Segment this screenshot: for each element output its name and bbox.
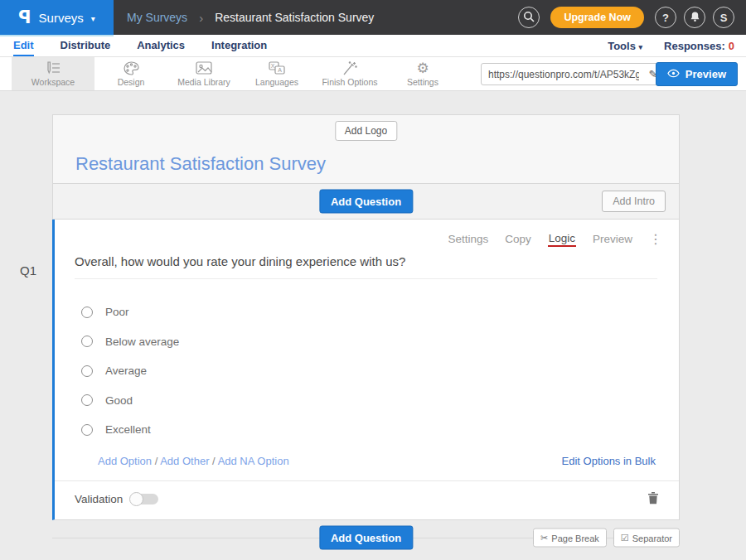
product-switcher[interactable]: P Surveys ▾ — [0, 0, 114, 35]
toolbar-item-label: Media Library — [177, 77, 230, 87]
option-label[interactable]: Good — [105, 394, 133, 407]
toolbar-item-settings[interactable]: ⚙ Settings — [386, 57, 459, 90]
option-label[interactable]: Below average — [105, 336, 179, 348]
workspace-icon — [45, 60, 61, 75]
bell-icon — [690, 11, 700, 25]
toolbar-item-label: Workspace — [31, 77, 75, 87]
question-actions: Settings Copy Logic Preview ⋮ — [55, 220, 679, 247]
chevron-down-icon: ▾ — [91, 14, 95, 23]
survey-title[interactable]: Restaurant Satisfaction Survey — [75, 153, 326, 175]
option-label[interactable]: Excellent — [105, 423, 151, 436]
radio-icon[interactable] — [81, 394, 93, 406]
breadcrumb-my-surveys[interactable]: My Surveys — [127, 11, 187, 24]
option-row-good[interactable]: Good — [81, 386, 679, 416]
add-question-row-bottom: Add Question ✂ Page Break ☑ Separator — [52, 520, 680, 556]
breadcrumb-separator-icon: › — [199, 11, 203, 25]
toolbar-item-media-library[interactable]: Media Library — [167, 57, 240, 90]
help-button[interactable]: ? — [655, 7, 676, 28]
question-settings-link[interactable]: Settings — [448, 233, 488, 245]
radio-icon[interactable] — [81, 365, 93, 377]
svg-text:A: A — [278, 67, 282, 73]
toolbar-item-design[interactable]: Design — [94, 57, 167, 90]
page-break-label: Page Break — [551, 533, 598, 543]
page-break-button[interactable]: ✂ Page Break — [533, 529, 607, 548]
add-question-button-top[interactable]: Add Question — [319, 190, 413, 214]
avatar-initial: S — [720, 12, 728, 24]
add-logo-button[interactable]: Add Logo — [335, 121, 397, 141]
nav-accent-strip — [0, 35, 114, 36]
toolbar-item-label: Languages — [255, 77, 298, 87]
radio-icon[interactable] — [81, 336, 93, 347]
magic-wand-icon — [342, 60, 357, 75]
upgrade-now-button[interactable]: Upgrade Now — [550, 7, 644, 28]
link-separator: / — [212, 455, 216, 467]
option-label[interactable]: Average — [105, 364, 147, 377]
chevron-down-icon: ▾ — [639, 43, 643, 51]
responses-counter[interactable]: Responses:0 — [664, 40, 734, 52]
tools-label: Tools — [608, 40, 636, 52]
option-links-row: Add Option / Add Other / Add NA Option E… — [55, 455, 679, 467]
validation-toggle[interactable] — [131, 494, 158, 504]
scissors-icon: ✂ — [540, 533, 548, 543]
tab-distribute[interactable]: Distribute — [61, 35, 111, 56]
add-option-link[interactable]: Add Option — [98, 455, 152, 467]
radio-icon[interactable] — [81, 424, 93, 436]
question-logic-link[interactable]: Logic — [548, 232, 576, 247]
translate-icon: XA — [269, 60, 285, 75]
header-actions: Upgrade Now ? S — [518, 7, 746, 28]
svg-text:X: X — [271, 63, 275, 69]
toolbar-item-workspace[interactable]: Workspace — [12, 57, 94, 90]
questionpro-app: P Surveys ▾ My Surveys › Restaurant Sati… — [0, 0, 746, 560]
toolbar-items: Workspace Design Media Library XA Langua… — [12, 57, 459, 90]
option-label[interactable]: Poor — [105, 306, 129, 318]
add-na-option-link[interactable]: Add NA Option — [218, 455, 289, 467]
survey-canvas: Q1 Add Logo Restaurant Satisfaction Surv… — [0, 91, 746, 560]
toolbar-item-finish-options[interactable]: Finish Options — [313, 57, 386, 90]
tab-edit[interactable]: Edit — [13, 35, 34, 56]
option-add-links: Add Option / Add Other / Add NA Option — [98, 455, 289, 467]
option-row-excellent[interactable]: Excellent — [81, 415, 679, 445]
search-button[interactable] — [518, 7, 540, 28]
breadcrumb-survey-title: Restaurant Satisfaction Survey — [215, 11, 374, 24]
add-question-row-top: Add Question Add Intro — [52, 184, 680, 220]
question-card-q1: Settings Copy Logic Preview ⋮ Overall, h… — [52, 220, 680, 520]
notifications-button[interactable] — [684, 7, 705, 28]
edit-options-in-bulk-link[interactable]: Edit Options in Bulk — [562, 455, 656, 467]
question-text[interactable]: Overall, how would you rate your dining … — [75, 254, 657, 279]
tab-integration[interactable]: Integration — [211, 35, 267, 56]
add-other-link[interactable]: Add Other — [160, 455, 209, 467]
validation-row: Validation — [55, 481, 679, 519]
more-menu-icon[interactable]: ⋮ — [649, 231, 662, 247]
top-header: P Surveys ▾ My Surveys › Restaurant Sati… — [0, 0, 746, 35]
tab-analytics[interactable]: Analytics — [137, 35, 185, 56]
account-avatar[interactable]: S — [713, 7, 734, 28]
toggle-knob — [129, 492, 143, 506]
link-separator: / — [155, 455, 158, 467]
preview-label: Preview — [685, 68, 726, 80]
answer-options: Poor Below average Average Good — [81, 297, 679, 445]
tools-menu[interactable]: Tools ▾ — [608, 40, 642, 52]
add-intro-button[interactable]: Add Intro — [602, 191, 666, 212]
image-icon — [196, 60, 212, 75]
toolbar-item-label: Settings — [407, 77, 438, 87]
option-row-average[interactable]: Average — [81, 356, 679, 386]
preview-button[interactable]: Preview — [656, 62, 738, 86]
option-row-poor[interactable]: Poor — [81, 297, 679, 327]
survey-url-input[interactable] — [482, 69, 642, 80]
question-preview-link[interactable]: Preview — [593, 233, 632, 245]
questionpro-logo-icon: P — [18, 7, 31, 27]
option-row-below-average[interactable]: Below average — [81, 327, 679, 357]
responses-label: Responses: — [664, 40, 725, 52]
toolbar-item-languages[interactable]: XA Languages — [240, 57, 313, 90]
toolbar-item-label: Finish Options — [322, 77, 377, 87]
nav-tabs: Edit Distribute Analytics Integration — [0, 35, 267, 56]
gear-icon: ⚙ — [416, 60, 429, 75]
help-icon: ? — [662, 12, 669, 24]
delete-question-button[interactable] — [647, 491, 659, 508]
separator-button[interactable]: ☑ Separator — [613, 529, 680, 548]
validation-label: Validation — [75, 493, 123, 505]
survey-url-field: ✎ — [481, 63, 665, 85]
add-question-button-bottom[interactable]: Add Question — [319, 526, 413, 550]
radio-icon[interactable] — [81, 307, 93, 318]
question-copy-link[interactable]: Copy — [505, 233, 531, 245]
